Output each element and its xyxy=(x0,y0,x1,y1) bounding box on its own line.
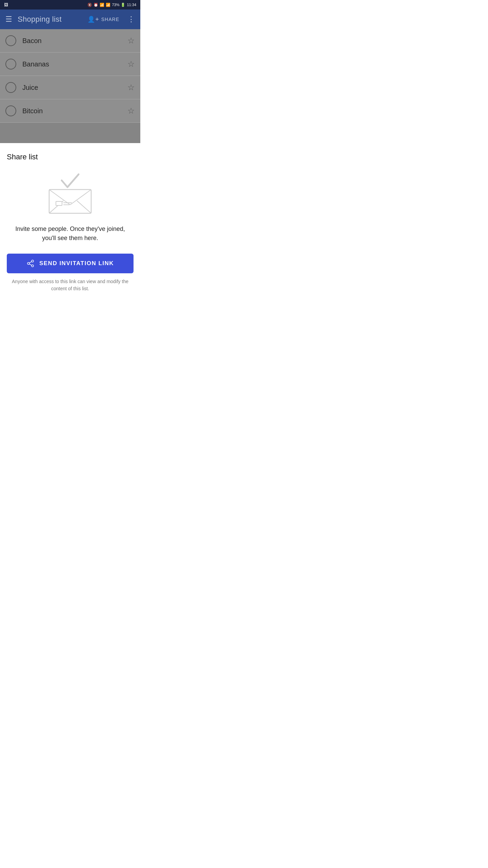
invite-description: Invite some people. Once they've joined,… xyxy=(7,224,134,243)
svg-line-11 xyxy=(29,264,32,265)
item-checkbox-bananas[interactable] xyxy=(5,59,16,70)
item-star-bacon[interactable]: ☆ xyxy=(127,36,135,45)
share-icon xyxy=(26,259,35,268)
mute-icon: 🔇 xyxy=(87,3,92,7)
send-invitation-label: SEND INVITATION LINK xyxy=(39,260,114,267)
share-label: SHARE xyxy=(101,17,119,22)
list-empty-area xyxy=(0,123,140,143)
page-title: Shopping list xyxy=(18,15,82,24)
share-disclaimer: Anyone with access to this link can view… xyxy=(7,278,134,292)
item-name-bitcoin: Bitcoin xyxy=(22,107,121,115)
share-sheet: Share list Invite some people. Once they… xyxy=(0,143,140,299)
list-item[interactable]: Bananas ☆ xyxy=(0,53,140,76)
list-item[interactable]: Juice ☆ xyxy=(0,76,140,99)
item-star-juice[interactable]: ☆ xyxy=(127,83,135,92)
gallery-icon: 🖼 xyxy=(4,2,8,7)
item-checkbox-bitcoin[interactable] xyxy=(5,105,16,116)
shopping-list: Bacon ☆ Bananas ☆ Juice ☆ Bitcoin ☆ xyxy=(0,29,140,143)
share-button[interactable]: 👤+ SHARE xyxy=(87,16,119,23)
item-name-bananas: Bananas xyxy=(22,60,121,68)
list-item[interactable]: Bitcoin ☆ xyxy=(0,99,140,123)
menu-icon[interactable]: ☰ xyxy=(5,15,12,24)
status-bar-right: 🔇 ⏰ 📶 📶 73% 🔋 11:34 xyxy=(87,3,136,7)
item-name-bacon: Bacon xyxy=(22,37,121,45)
battery-icon: 🔋 xyxy=(121,3,125,7)
list-item[interactable]: Bacon ☆ xyxy=(0,29,140,53)
clock-time: 11:34 xyxy=(127,3,136,7)
battery-percent: 73% xyxy=(112,3,119,7)
status-bar: 🖼 🔇 ⏰ 📶 📶 73% 🔋 11:34 xyxy=(0,0,140,9)
item-name-juice: Juice xyxy=(22,84,121,92)
svg-point-9 xyxy=(27,262,29,264)
item-star-bitcoin[interactable]: ☆ xyxy=(127,106,135,116)
signal-icon: 📶 xyxy=(106,3,110,7)
alarm-icon: ⏰ xyxy=(94,3,98,7)
item-star-bananas[interactable]: ☆ xyxy=(127,59,135,69)
more-options-icon[interactable]: ⋮ xyxy=(127,15,135,24)
svg-point-8 xyxy=(32,260,34,262)
toolbar: ☰ Shopping list 👤+ SHARE ⋮ xyxy=(0,9,140,29)
add-person-icon: 👤+ xyxy=(87,16,99,23)
send-invitation-button[interactable]: SEND INVITATION LINK xyxy=(7,254,134,273)
wifi-icon: 📶 xyxy=(100,3,104,7)
item-checkbox-bacon[interactable] xyxy=(5,35,16,46)
item-checkbox-juice[interactable] xyxy=(5,82,16,93)
svg-line-12 xyxy=(29,262,32,263)
svg-rect-5 xyxy=(56,201,62,205)
svg-rect-0 xyxy=(49,190,91,213)
svg-point-10 xyxy=(32,265,34,267)
share-sheet-title: Share list xyxy=(7,153,134,161)
envelope-illustration xyxy=(7,171,134,215)
status-bar-left: 🖼 xyxy=(4,2,85,7)
envelope-svg xyxy=(43,171,97,215)
